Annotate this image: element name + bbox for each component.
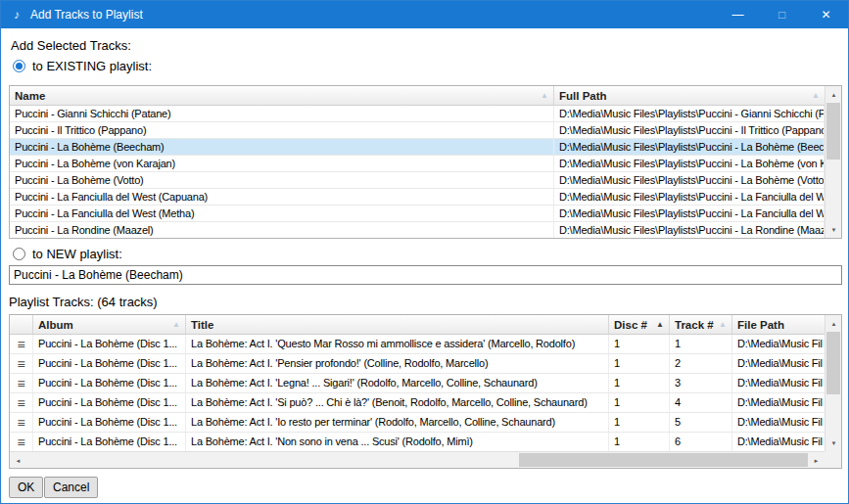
drag-handle[interactable]: ≡ (10, 354, 33, 373)
scroll-down-icon[interactable]: ▼ (825, 221, 842, 238)
tracks-table-horizontal-scrollbar[interactable]: ◄ ► (10, 451, 825, 468)
drag-handle[interactable]: ≡ (10, 413, 33, 432)
column-header-title-label: Title (191, 319, 213, 331)
track-row[interactable]: ≡ Puccini - La Bohème (Disc 1... La Bohè… (10, 433, 825, 451)
track-album: Puccini - La Bohème (Disc 1... (33, 374, 186, 392)
drag-handle[interactable]: ≡ (10, 433, 33, 451)
track-disc: 1 (609, 413, 670, 432)
title-bar[interactable]: ♪ Add Tracks to Playlist — □ ✕ (1, 1, 848, 28)
scroll-right-icon[interactable]: ► (808, 452, 825, 469)
playlist-row[interactable]: Puccini - La Bohème (von Karajan) D:\Med… (10, 156, 825, 172)
track-title: La Bohème: Act I. 'Io resto per terminar… (186, 413, 609, 432)
track-title: La Bohème: Act I. 'Legna! ... Sigari!' (… (186, 374, 609, 392)
column-header-disc-label: Disc # (614, 319, 647, 331)
track-disc: 1 (609, 433, 670, 451)
existing-playlists-table: Name ▲ Full Path ▲ Puccini - Gianni Schi… (9, 85, 842, 239)
track-number: 1 (670, 335, 732, 353)
drag-handle[interactable]: ≡ (10, 393, 33, 412)
drag-handle-icon: ≡ (18, 357, 25, 371)
scroll-left-icon[interactable]: ◄ (10, 452, 26, 469)
playlist-path: D:\Media\Music Files\Playlists\Puccini -… (554, 172, 825, 188)
track-row[interactable]: ≡ Puccini - La Bohème (Disc 1... La Bohè… (10, 393, 825, 413)
track-title: La Bohème: Act I. 'Questo Mar Rosso mi a… (186, 335, 609, 353)
track-disc: 1 (609, 354, 670, 373)
track-row[interactable]: ≡ Puccini - La Bohème (Disc 1... La Bohè… (10, 354, 825, 374)
sort-asc-icon: ▲ (537, 91, 548, 100)
track-album: Puccini - La Bohème (Disc 1... (33, 335, 186, 353)
scroll-up-icon[interactable]: ▲ (825, 86, 842, 103)
playlist-path: D:\Media\Music Files\Playlists\Puccini -… (554, 206, 825, 221)
ok-button[interactable]: OK (9, 477, 43, 498)
column-header-album[interactable]: Album ▲ (33, 315, 186, 334)
track-number: 3 (670, 374, 732, 392)
track-number: 6 (670, 433, 732, 451)
existing-playlist-radio-row: to EXISTING playlist: (13, 59, 152, 73)
track-row[interactable]: ≡ Puccini - La Bohème (Disc 1... La Bohè… (10, 374, 825, 393)
track-album: Puccini - La Bohème (Disc 1... (33, 413, 186, 432)
existing-table-vertical-scrollbar[interactable]: ▲ ▼ (825, 86, 841, 238)
playlist-name: Puccini - La Bohème (Votto) (10, 172, 554, 188)
playlist-name: Puccini - La Bohème (von Karajan) (10, 156, 554, 171)
playlist-name: Puccini - La Fanciulla del West (Capuana… (10, 189, 554, 205)
column-header-full-path[interactable]: Full Path ▲ (554, 86, 825, 105)
cancel-button[interactable]: Cancel (44, 477, 98, 498)
scrollbar-thumb[interactable] (826, 103, 840, 160)
app-icon: ♪ (9, 7, 24, 23)
track-file-path: D:\Media\Music Fil (732, 335, 825, 353)
add-selected-tracks-label: Add Selected Tracks: (11, 38, 131, 53)
drag-handle-icon: ≡ (18, 416, 25, 430)
playlist-tracks-label: Playlist Tracks: (64 tracks) (9, 295, 158, 309)
track-disc: 1 (609, 335, 670, 353)
track-row[interactable]: ≡ Puccini - La Bohème (Disc 1... La Bohè… (10, 413, 825, 433)
track-album: Puccini - La Bohème (Disc 1... (33, 433, 186, 451)
track-number: 5 (670, 413, 732, 432)
column-header-track[interactable]: Track # ▲ (670, 315, 732, 334)
maximize-button[interactable]: □ (760, 1, 804, 28)
scrollbar-thumb[interactable] (519, 453, 810, 467)
drag-handle-icon: ≡ (18, 377, 25, 390)
column-header-track-label: Track # (675, 319, 714, 331)
track-file-path: D:\Media\Music Fil (732, 433, 825, 451)
playlist-row[interactable]: Puccini - La Fanciulla del West (Capuana… (10, 189, 825, 206)
scrollbar-thumb[interactable] (826, 332, 840, 394)
playlist-row[interactable]: Puccini - Il Trittico (Pappano) D:\Media… (10, 122, 825, 139)
existing-playlist-radio-label[interactable]: to EXISTING playlist: (32, 59, 152, 73)
drag-handle[interactable]: ≡ (10, 335, 33, 353)
playlist-path: D:\Media\Music Files\Playlists\Puccini -… (554, 122, 825, 138)
playlist-row[interactable]: Puccini - La Fanciulla del West (Metha) … (10, 206, 825, 222)
new-playlist-radio-label[interactable]: to NEW playlist: (32, 247, 122, 261)
new-playlist-radio-row: to NEW playlist: (13, 247, 122, 261)
new-playlist-name-input[interactable] (9, 265, 842, 285)
sort-asc-active-icon: ▲ (652, 320, 664, 329)
drag-handle-icon: ≡ (18, 338, 25, 351)
track-row[interactable]: ≡ Puccini - La Bohème (Disc 1... La Bohè… (10, 335, 825, 354)
playlist-path: D:\Media\Music Files\Playlists\Puccini -… (554, 106, 825, 121)
track-title: La Bohème: Act I. 'Si può? ... Chi è là?… (186, 393, 609, 412)
drag-handle-icon: ≡ (18, 435, 25, 449)
close-button[interactable]: ✕ (804, 1, 848, 28)
new-playlist-radio[interactable] (13, 248, 25, 260)
track-file-path: D:\Media\Music Fil (732, 354, 825, 373)
track-album: Puccini - La Bohème (Disc 1... (33, 393, 186, 412)
playlist-row[interactable]: Puccini - La Bohème (Beecham) D:\Media\M… (10, 139, 825, 156)
scroll-down-icon[interactable]: ▼ (825, 435, 842, 451)
track-title: La Bohème: Act I. 'Non sono in vena ... … (186, 433, 609, 451)
minimize-button[interactable]: — (716, 1, 760, 28)
playlist-row[interactable]: Puccini - La Bohème (Votto) D:\Media\Mus… (10, 172, 825, 189)
drag-handle[interactable]: ≡ (10, 374, 33, 392)
playlist-row[interactable]: Puccini - La Rondine (Maazel) D:\Media\M… (10, 222, 825, 238)
drag-handle-icon: ≡ (18, 396, 25, 410)
playlist-row[interactable]: Puccini - Gianni Schicchi (Patane) D:\Me… (10, 106, 825, 122)
column-header-title[interactable]: Title (186, 315, 609, 334)
playlist-path: D:\Media\Music Files\Playlists\Puccini -… (554, 156, 825, 171)
tracks-table-vertical-scrollbar[interactable]: ▲ ▼ (825, 315, 841, 451)
playlist-path: D:\Media\Music Files\Playlists\Puccini -… (554, 139, 825, 155)
track-file-path: D:\Media\Music Fil (732, 413, 825, 432)
track-file-path: D:\Media\Music Fil (732, 374, 825, 392)
playlist-name: Puccini - La Rondine (Maazel) (10, 222, 554, 238)
column-header-name[interactable]: Name ▲ (10, 86, 554, 105)
column-header-disc[interactable]: Disc # ▲ (609, 315, 670, 334)
column-header-file-path[interactable]: File Path (732, 315, 825, 334)
existing-playlist-radio[interactable] (13, 60, 25, 72)
scroll-up-icon[interactable]: ▲ (825, 315, 842, 332)
